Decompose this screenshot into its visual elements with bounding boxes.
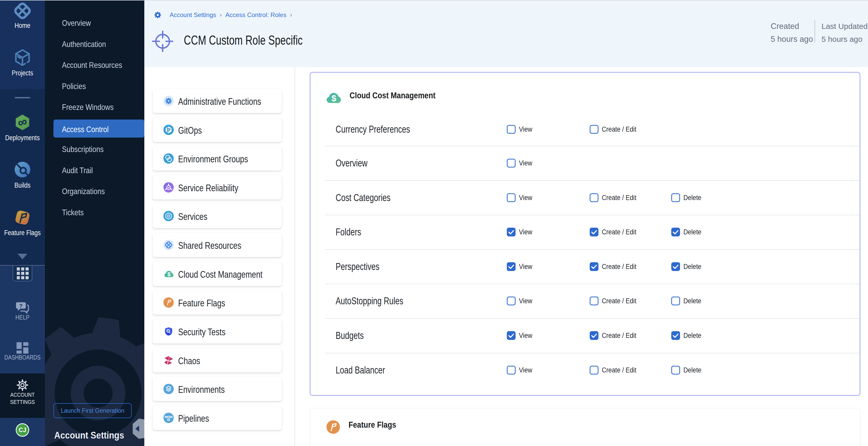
svg-text:?: ? — [19, 303, 23, 309]
svg-text:$: $ — [167, 271, 170, 278]
svg-text:$: $ — [332, 93, 336, 103]
